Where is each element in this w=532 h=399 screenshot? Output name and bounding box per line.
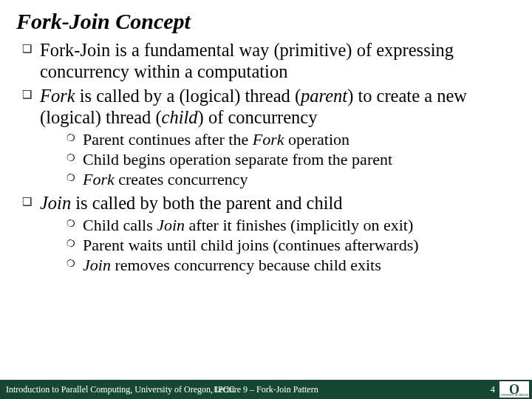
b3s1c: after it finishes (implicitly on exit) (185, 216, 413, 234)
slide-body: Fork-Join is a fundamental way (primitiv… (0, 34, 532, 276)
b2s1b: Fork (253, 130, 284, 149)
b3s1b: Join (157, 216, 185, 234)
bullet-2-sub-1: Parent continues after the Fork operatio… (66, 130, 519, 149)
footer-bar: Introduction to Parallel Computing, Univ… (0, 380, 532, 399)
b2s3b: creates concurrency (115, 170, 248, 188)
slide: Fork-Join Concept Fork-Join is a fundame… (0, 0, 532, 399)
bullet-3-sub-3: Join removes concurrency because child e… (66, 256, 519, 275)
bullet-2-child: child (162, 107, 198, 127)
university-logo: O UNIVERSITY OF OREGON (499, 381, 529, 398)
b2s1c: operation (284, 130, 349, 149)
bullet-1: Fork-Join is a fundamental way (primitiv… (22, 40, 519, 83)
bullet-2-sub-2: Child begins operation separate from the… (66, 150, 519, 169)
bullet-3-sublist: Child calls Join after it finishes (impl… (40, 216, 519, 276)
b3s1a: Child calls (83, 216, 157, 234)
bullet-3-sub-2: Parent waits until child joins (continue… (66, 236, 519, 255)
bullet-2-t3: ) of concurrency (198, 107, 318, 127)
footer-left: Introduction to Parallel Computing, Univ… (6, 384, 235, 395)
b2s1a: Parent continues after the (83, 130, 253, 149)
bullet-3-t1: is called by both the parent and child (71, 193, 342, 213)
bullet-3-join: Join (40, 193, 71, 213)
page-number: 4 (491, 383, 496, 395)
b3s3a: Join (83, 256, 111, 274)
bullet-2-sublist: Parent continues after the Fork operatio… (40, 130, 519, 190)
bullet-list: Fork-Join is a fundamental way (primitiv… (22, 40, 519, 276)
slide-title: Fork-Join Concept (0, 0, 532, 34)
bullet-1-text: Fork-Join is a fundamental way (primitiv… (40, 40, 454, 81)
bullet-3-sub-1: Child calls Join after it finishes (impl… (66, 216, 519, 235)
b2s2: Child begins operation separate from the… (83, 150, 392, 168)
logo-text: UNIVERSITY OF OREGON (499, 394, 529, 397)
b2s3a: Fork (83, 170, 115, 188)
bullet-2: Fork is called by a (logical) thread (pa… (22, 86, 519, 190)
bullet-2-fork: Fork (40, 86, 75, 106)
bullet-3: Join is called by both the parent and ch… (22, 193, 519, 276)
bullet-2-t1: is called by a (logical) thread ( (75, 86, 301, 106)
bullet-2-parent: parent (301, 86, 347, 106)
b3s3b: removes concurrency because child exits (111, 256, 381, 274)
b3s2: Parent waits until child joins (continue… (83, 236, 419, 254)
bullet-2-sub-3: Fork creates concurrency (66, 170, 519, 189)
